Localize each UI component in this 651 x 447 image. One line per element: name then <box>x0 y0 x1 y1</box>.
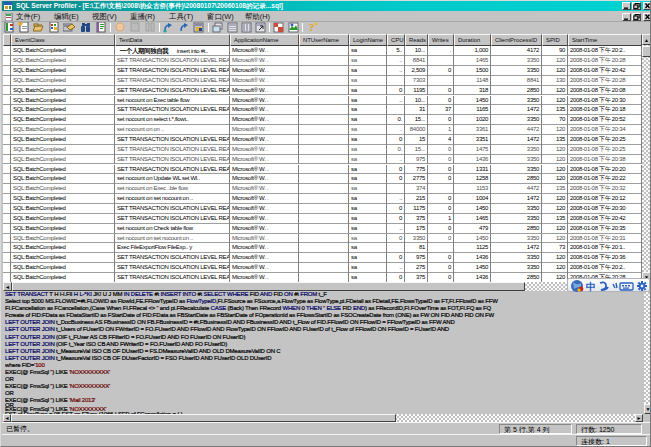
svg-text:?: ? <box>309 22 314 33</box>
svg-text:中: 中 <box>586 281 596 292</box>
